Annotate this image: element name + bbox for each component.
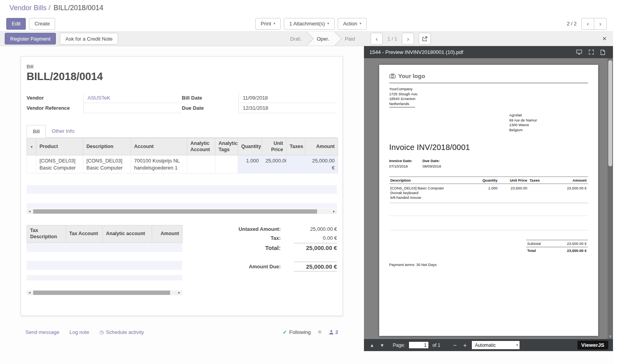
action-menu-button[interactable]: Action ▾ [338, 18, 367, 30]
select-caret-icon: ▾ [516, 343, 518, 347]
preview-previous-button[interactable]: ‹ [371, 33, 383, 45]
breadcrumb: Vendor Bills / BILL/2018/0014 [0, 0, 613, 16]
download-file-button[interactable] [600, 50, 605, 55]
scrollbar-track[interactable] [32, 290, 176, 295]
followers-count: 2 [335, 329, 338, 335]
schedule-activity-button[interactable]: ◷ Schedule activity [99, 329, 144, 335]
vendor-label: Vendor [27, 93, 83, 103]
scrollbar-thumb[interactable] [33, 209, 317, 214]
pdf-table-header: Description Quantity Unit Price Taxes Am… [389, 177, 588, 184]
scrollbar-thumb[interactable] [608, 60, 612, 166]
col-analytic-account[interactable]: Analytic Account [187, 138, 215, 155]
presentation-icon [576, 50, 582, 55]
register-payment-button[interactable]: Register Payment [5, 33, 56, 45]
pdf-vertical-scrollbar[interactable]: ▼ [608, 58, 613, 339]
close-preview-button[interactable]: ✕ [596, 36, 613, 42]
scroll-down-button[interactable]: ▼ [608, 335, 613, 338]
col-description[interactable]: Description [83, 138, 131, 155]
empty-row [27, 270, 182, 275]
pdf-total-row: Total 23,500.00 € [526, 247, 588, 254]
pdf-header: 1544 - Preview INVINV20180001 (10).pdf [364, 46, 613, 58]
statusbar-buttons: Register Payment Ask for a Credit Note [5, 33, 118, 45]
next-page-button[interactable]: ▼ [379, 343, 385, 348]
tax-table-block: Tax Description Tax Account Analytic acc… [27, 225, 182, 295]
page-number-input[interactable] [409, 341, 429, 349]
customer-street: 69 rue de Namur [509, 118, 588, 123]
col-account[interactable]: Account [131, 138, 187, 155]
following-label: Following [289, 329, 311, 335]
invoice-dates: Invoice Date: 07/10/2018 Due Date: 08/09… [389, 159, 588, 168]
previous-record-button[interactable]: ‹ [581, 18, 594, 30]
col-analytic-tags[interactable]: Analytic Tags [215, 138, 238, 155]
scrollbar-thumb[interactable] [33, 291, 170, 295]
lines-header-row: ▼ Product Description Account Analytic A… [27, 138, 338, 155]
pdf-subtotal-row: Subtotal 23,500.00 € [526, 240, 588, 247]
print-menu-button[interactable]: Print ▾ [255, 18, 281, 30]
send-message-button[interactable]: Send message [25, 329, 59, 335]
col-tax-account[interactable]: Tax Account [66, 225, 103, 243]
attachment-preview-pager: ‹ 1 / 1 › [371, 33, 431, 45]
invoice-lines-table: ▼ Product Description Account Analytic A… [27, 138, 338, 173]
open-attachment-button[interactable] [419, 33, 431, 45]
total-label: Total: [265, 244, 281, 251]
empty-row [27, 243, 182, 252]
chevron-right-icon: › [599, 21, 601, 27]
optional-columns-toggle[interactable]: ▼ [27, 138, 36, 155]
col-unit-price[interactable]: Unit Price [262, 138, 287, 155]
tab-bill[interactable]: Bill [27, 125, 46, 138]
ask-credit-note-button[interactable]: Ask for a Credit Note [60, 33, 118, 45]
create-button[interactable]: Create [29, 18, 55, 30]
attachment-preview-panel: 1544 - Preview INVINV20180001 (10).pdf [364, 46, 613, 351]
zoom-select[interactable]: Automatic ▾ [472, 341, 520, 349]
toolbar-left-group: Edit Create [6, 18, 55, 30]
following-button[interactable]: ✓ Following [283, 329, 311, 335]
previous-page-button[interactable]: ▲ [369, 343, 375, 348]
fullscreen-button[interactable] [589, 50, 594, 55]
scroll-right-button[interactable]: ► [176, 290, 182, 295]
check-icon: ✓ [283, 329, 287, 335]
col-tax-description[interactable]: Tax Description [27, 225, 66, 243]
zoom-value: Automatic [475, 343, 496, 348]
tax-lines-table: Tax Description Tax Account Analytic acc… [27, 225, 183, 243]
next-record-button[interactable]: › [594, 18, 607, 30]
notification-bell-button[interactable] [317, 330, 323, 335]
col-amount[interactable]: Amount [305, 138, 338, 155]
followers-button[interactable]: 2 [329, 329, 338, 335]
status-step-label: Paid [345, 36, 355, 42]
col-analytic-account[interactable]: Analytic account [103, 225, 152, 243]
col-quantity[interactable]: Quantity [238, 138, 262, 155]
tab-other-info[interactable]: Other Info [46, 125, 80, 138]
viewerjs-badge[interactable]: ViewerJS [577, 341, 608, 350]
col-tax-amount[interactable]: Amount [152, 225, 183, 243]
empty-row [27, 194, 337, 203]
zoom-out-button[interactable]: − [452, 342, 458, 348]
scrollbar-track[interactable] [32, 209, 331, 214]
attachments-menu-button[interactable]: 1 Attachment(s) ▾ [284, 18, 335, 30]
breadcrumb-parent-link[interactable]: Vendor Bills / [9, 4, 50, 12]
zoom-in-button[interactable]: + [462, 342, 468, 348]
presentation-mode-button[interactable] [576, 50, 582, 55]
divider [389, 107, 415, 107]
attachments-label: 1 Attachment(s) [289, 21, 325, 27]
scroll-left-button[interactable]: ◄ [27, 290, 32, 295]
log-note-button[interactable]: Log note [70, 329, 90, 335]
scroll-right-button[interactable]: ► [331, 209, 337, 214]
lines-horizontal-scrollbar: ◄ ► [27, 209, 337, 214]
breadcrumb-current: BILL/2018/0014 [54, 4, 103, 12]
col-product[interactable]: Product [36, 138, 83, 155]
bill-line-row[interactable]: [CONS_DEL03] Basic Computer [CONS_DEL03]… [27, 155, 338, 173]
vendor-link[interactable]: ASUSTeK [88, 95, 110, 101]
status-step-draft[interactable]: Draft [283, 32, 306, 46]
main-content: Bill BILL/2018/0014 Vendor ASUSTeK Vendo… [0, 46, 613, 364]
pdf-viewer: Your logo YourCompany 1725 Slough Ave. 1… [364, 58, 613, 339]
preview-next-button[interactable]: › [402, 33, 414, 45]
pdf-subtotal-value: 23,500.00 € [567, 241, 586, 246]
info-column-left: Vendor ASUSTeK Vendor Reference [27, 93, 182, 113]
statusbar: Register Payment Ask for a Credit Note D… [0, 31, 613, 46]
chevron-right-icon: › [407, 36, 409, 42]
tax-amount-value: 0.00 € [294, 234, 337, 242]
edit-button[interactable]: Edit [6, 18, 26, 30]
pdf-line-description-main: [CONS_DEL03] Basic Computer [391, 186, 473, 191]
scroll-left-button[interactable]: ◄ [27, 209, 32, 214]
col-taxes[interactable]: Taxes [287, 138, 305, 155]
